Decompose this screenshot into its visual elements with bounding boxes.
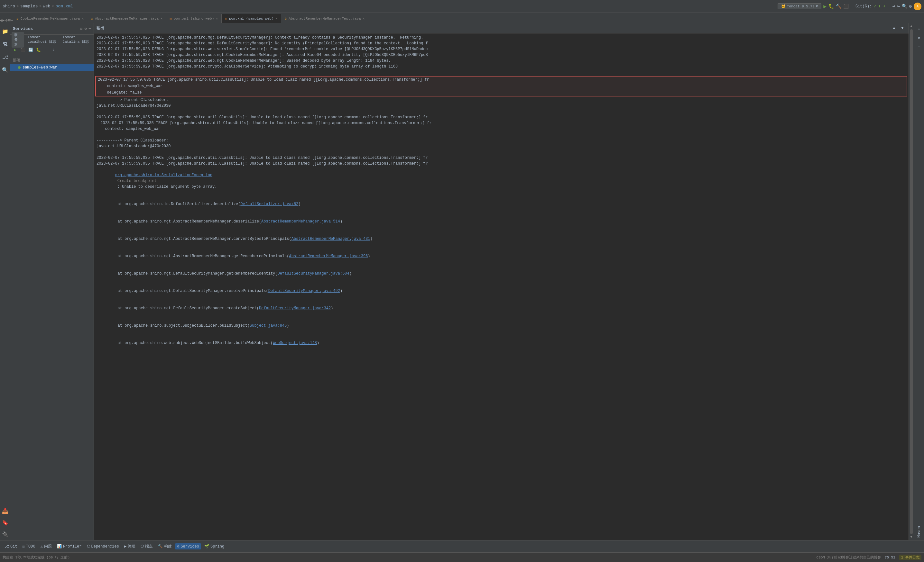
tab-settings[interactable]: ⚙ (5, 18, 8, 23)
out-scroll-up[interactable]: ▲ (891, 25, 898, 32)
tab-nav-right[interactable]: ▶ (2, 18, 4, 23)
serialization-exception-link[interactable]: org.apache.shiro.io.SerializationExcepti… (115, 173, 212, 178)
tab-pom-samples[interactable]: m pom.xml (samples-web) ✕ (221, 14, 281, 23)
sidebar-pull-request[interactable]: 📥 (0, 505, 12, 517)
bt-terminal[interactable]: ▶ 终端 (122, 543, 137, 550)
run-config-dropdown[interactable]: 🐱 Tomcat 8.5.73 ▼ (778, 3, 821, 9)
sidebar-git[interactable]: ⎇ (0, 51, 12, 63)
breadcrumb-shiro[interactable]: shiro (3, 4, 15, 9)
sv-deploy-btn[interactable]: ↑ (42, 46, 50, 53)
bt-build-label: 构建 (164, 544, 172, 549)
top-bar: shiro > samples > web > pom.xml 🐱 Tomcat… (0, 0, 924, 13)
settings-button[interactable]: ⚙ (909, 3, 912, 9)
endpoints-icon: ⬡ (141, 544, 144, 549)
log-line-9: delegate: false (96, 90, 907, 96)
maven-expand[interactable]: ⊞ (915, 24, 924, 33)
status-event[interactable]: 1 事件日志 (899, 555, 921, 560)
stop-button[interactable]: ⬛ (843, 3, 849, 9)
link-default-serializer[interactable]: DefaultSerializer.java:82 (240, 202, 298, 206)
sidebar-project[interactable]: 📁 (0, 26, 12, 37)
git-down[interactable]: ⬇ (883, 3, 885, 9)
scroll-up-arrow[interactable]: ▲ (910, 24, 912, 28)
sv-run-btn[interactable]: ▶ (12, 46, 19, 53)
tree-dot-green (18, 66, 21, 69)
bt-build[interactable]: 🔨 构建 (156, 543, 174, 550)
bt-todo[interactable]: ☑ TODO (21, 543, 38, 550)
tree-item-samples[interactable]: samples-web:war (10, 64, 94, 71)
tab-abstract[interactable]: ☕ AbstractRememberMeManager.java ✕ (87, 14, 166, 23)
tab-cookie[interactable]: ☕ CookieRememberMeManager.java ✕ (13, 14, 87, 23)
git-check[interactable]: ✓ (873, 3, 876, 9)
breadcrumb-file[interactable]: pom.xml (56, 4, 73, 9)
profiler-icon: 📊 (57, 544, 62, 549)
git-icon: ⎇ (4, 544, 9, 549)
debug-button[interactable]: 🐛 (828, 3, 834, 9)
git-up[interactable]: ⬆ (878, 3, 881, 9)
maven-label[interactable]: Maven (917, 523, 921, 540)
services-tab-localhost[interactable]: Tomcat Localhost 日志 (25, 35, 59, 45)
sidebar-plugins[interactable]: 🔌 (0, 529, 12, 540)
redo-button[interactable]: ↪ (897, 3, 900, 9)
search-button[interactable]: 🔍 (902, 3, 907, 9)
link-get-identity[interactable]: DefaultSecurityManager.java:604 (278, 271, 350, 276)
link-abstract-deserialize[interactable]: AbstractRememberMeManager.java:514 (261, 219, 340, 224)
link-build-subject[interactable]: Subject.java:846 (250, 323, 286, 328)
sv-stop-btn[interactable]: ⬛ (19, 46, 26, 53)
tab-test[interactable]: ☕ AbstractRememberMeManagerTest.java ✕ (281, 14, 368, 23)
log-content[interactable]: 2023-02-07 17:55:57,025 TRACE [org.apach… (94, 33, 909, 540)
build-button[interactable]: 🔨 (836, 3, 842, 9)
undo-button[interactable]: ↩ (892, 3, 895, 9)
tab-cookie-close[interactable]: ✕ (82, 17, 84, 21)
tab-pom-shiro-close[interactable]: ✕ (216, 17, 218, 21)
scroll-thumb[interactable] (910, 29, 913, 534)
breadcrumb-samples[interactable]: samples (20, 4, 38, 9)
link-build-web-subject[interactable]: WebSubject.java:148 (273, 341, 317, 345)
tab-pom-samples-close[interactable]: ✕ (276, 17, 278, 21)
tab-nav-left[interactable]: ◀ (0, 18, 2, 23)
scroll-down-arrow[interactable]: ▼ (910, 535, 912, 539)
bt-problems[interactable]: ⚠ 问题 (39, 543, 54, 550)
tab-test-label: AbstractRememberMeManagerTest.java (289, 17, 361, 21)
tab-abstract-close[interactable]: ✕ (160, 17, 162, 21)
log-line-11: ----------> Parent Classloader: (94, 97, 909, 103)
sv-debug-btn[interactable]: 🐛 (35, 46, 42, 53)
services-settings-icon[interactable]: ⚙ (85, 26, 87, 31)
sidebar-structure[interactable]: 🏗 (0, 39, 12, 50)
link-convert-bytes[interactable]: AbstractRememberMeManager.java:431 (291, 237, 370, 241)
log-line-7: 2023-02-07 17:55:59,035 TRACE [org.apach… (96, 76, 907, 83)
breadcrumb-web[interactable]: web (43, 4, 50, 9)
sidebar-bookmark[interactable]: 🔖 (0, 517, 12, 529)
maven-close[interactable]: — (915, 42, 924, 51)
tab-test-close[interactable]: ✕ (363, 17, 365, 21)
bt-endpoints[interactable]: ⬡ 端点 (139, 543, 155, 550)
problems-icon: ⚠ (40, 544, 43, 549)
tab-pom-shiro[interactable]: m pom.xml (shiro-web) ✕ (166, 14, 221, 23)
run-button[interactable]: ▶ (823, 3, 826, 10)
link-get-remembered[interactable]: AbstractRememberMeManager.java:396 (289, 254, 368, 259)
link-create-subject[interactable]: DefaultSecurityManager.java:342 (259, 306, 331, 311)
tree-item-samples-label: samples-web:war (22, 65, 57, 70)
bt-dependencies[interactable]: ⬡ Dependencies (85, 543, 121, 550)
sv-undeploy-btn[interactable]: ↓ (50, 46, 57, 53)
maven-settings[interactable]: ⚙ (915, 33, 924, 42)
avatar-button[interactable]: A (914, 3, 921, 10)
bt-dependencies-label: Dependencies (92, 544, 119, 549)
link-resolve-principals[interactable]: DefaultSecurityManager.java:492 (268, 289, 340, 293)
services-icon: ⚙ (177, 544, 179, 549)
services-close-icon[interactable]: — (89, 26, 91, 31)
bt-spring[interactable]: 🌱 Spring (202, 543, 226, 550)
right-scrollbar[interactable]: ▲ ▼ (909, 23, 914, 540)
create-breakpoint-label[interactable]: Create breakpoint (115, 179, 159, 183)
tab-split[interactable]: ⊟ (8, 18, 10, 23)
services-expand-icon[interactable]: ⊞ (80, 26, 82, 31)
sidebar-search[interactable]: 🔍 (0, 64, 12, 76)
sv-restart-btn[interactable]: 🔄 (27, 46, 34, 53)
bt-git[interactable]: ⎇ Git (3, 543, 19, 550)
terminal-icon: ▶ (124, 544, 126, 549)
spring-icon: 🌱 (204, 544, 209, 549)
bt-services[interactable]: ⚙ Services (175, 543, 201, 550)
bt-profiler[interactable]: 📊 Profiler (55, 543, 84, 550)
services-tab-catalina[interactable]: Tomcat Catalina 日志 (60, 35, 92, 45)
out-scroll-down[interactable]: ▼ (899, 25, 906, 32)
todo-icon: ☑ (22, 544, 25, 549)
